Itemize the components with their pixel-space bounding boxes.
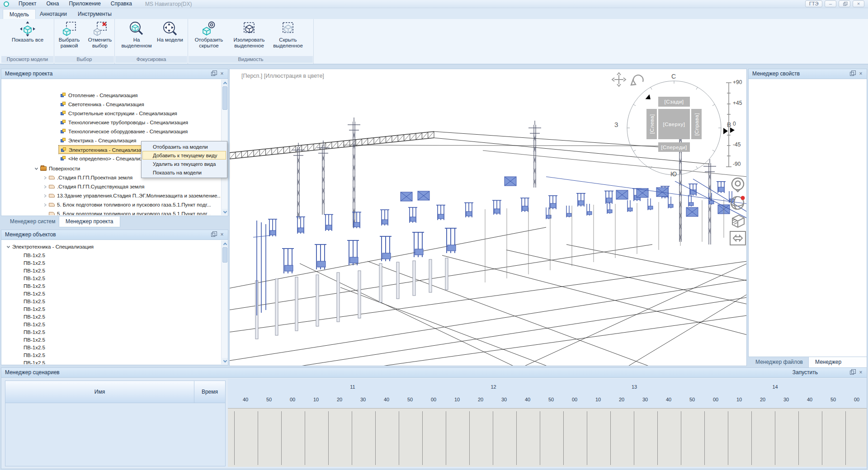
list-item[interactable]: ПВ-1х2.5 xyxy=(24,282,45,290)
chevron-down-icon[interactable] xyxy=(6,243,10,251)
close-panel-icon[interactable]: × xyxy=(219,71,225,77)
compass-face-back[interactable]: [Сзади] xyxy=(658,97,690,107)
isometric-cube-icon[interactable] xyxy=(729,212,747,229)
elevation-scale[interactable] xyxy=(723,78,732,171)
specialization-icon xyxy=(61,102,66,107)
tree-item[interactable]: .Стадия П.ГП.Проектная земля xyxy=(43,174,132,182)
minimize-button[interactable]: – xyxy=(825,0,836,7)
column-time[interactable]: Время xyxy=(194,381,225,403)
tree-item[interactable]: Технологическое оборудование - Специализ… xyxy=(61,127,188,136)
tree-item-surfaces[interactable]: Поверхности xyxy=(34,164,80,173)
compass-west[interactable]: З xyxy=(614,121,618,128)
list-item[interactable]: ПВ-1х2.5 xyxy=(24,313,45,321)
tree-item[interactable]: 5. Блок подготовки топливного и пусковог… xyxy=(43,210,211,215)
float-panel-icon[interactable] xyxy=(849,370,855,376)
list-item[interactable]: ПВ-1х2.5 xyxy=(24,329,45,336)
timeline-minute-label: 00 xyxy=(290,397,295,402)
list-item[interactable]: ПВ-1х2.5 xyxy=(24,275,45,282)
tree-item[interactable]: .Стадия П.ГП.Существующая земля xyxy=(43,183,144,191)
ribbon-button-Отобразить скрытое[interactable]: Отобразить скрытое xyxy=(189,20,228,49)
scenario-table-body[interactable] xyxy=(5,403,226,466)
compass-south[interactable]: Ю xyxy=(670,170,677,178)
tree-item[interactable]: 13.Здание управления.Стадия П..ЭГ.Молние… xyxy=(43,192,221,200)
ribbon-button-На модели[interactable]: На модели xyxy=(151,20,189,43)
orbit-sphere-icon[interactable] xyxy=(729,194,747,211)
menu-item-Проект[interactable]: Проект xyxy=(14,0,42,8)
timeline-minute-label: 50 xyxy=(689,397,695,402)
tab-Менеджер свойств[interactable]: Менеджер свойств xyxy=(808,357,867,368)
tree-item[interactable]: 5. Блок подготовки топливного и пусковог… xyxy=(43,201,211,209)
timeline-minute-label: 00 xyxy=(854,397,859,402)
tab-Менеджер файлов[interactable]: Менеджер файлов xyxy=(749,357,809,368)
timeline-gridline xyxy=(563,411,564,465)
chevron-right-icon[interactable] xyxy=(43,174,47,182)
column-name[interactable]: Имя xyxy=(5,381,194,403)
list-item[interactable]: ПВ-1х2.5 xyxy=(24,298,45,306)
close-button[interactable]: × xyxy=(853,0,864,7)
tree-item[interactable]: Отопление - Специализация xyxy=(61,91,138,99)
context-menu-item-Добавить к текущему виду[interactable]: Добавить к текущему виду xyxy=(142,151,226,160)
compass-face-right[interactable]: [Справа] xyxy=(691,109,702,139)
objects-root-item[interactable]: Электротехника - Специализация xyxy=(6,243,94,251)
list-item[interactable]: ПВ-1х2.5 xyxy=(24,259,45,267)
float-panel-icon[interactable] xyxy=(210,71,216,77)
tab-Инструменты[interactable]: Инструменты xyxy=(71,9,118,19)
ribbon-button-Отменить выбор[interactable]: Отменить выбор xyxy=(80,20,119,49)
close-panel-icon[interactable]: × xyxy=(219,232,225,238)
list-item[interactable]: ПВ-1х2.5 xyxy=(24,359,45,364)
menu-item-Окна[interactable]: Окна xyxy=(42,0,64,8)
restore-button[interactable] xyxy=(839,0,850,7)
list-item[interactable]: ПВ-1х2.5 xyxy=(24,321,45,329)
elevation-label: +90 xyxy=(733,79,742,85)
list-item[interactable]: ПВ-1х2.5 xyxy=(24,336,45,344)
float-panel-icon[interactable] xyxy=(210,232,216,238)
menu-item-Приложение[interactable]: Приложение xyxy=(64,0,105,8)
ribbon-button-Показать все[interactable]: Показать все xyxy=(8,20,47,43)
chevron-right-icon[interactable] xyxy=(43,192,47,200)
context-menu-item-Удалить из текущего вида[interactable]: Удалить из текущего вида xyxy=(142,160,226,168)
compass-face-front[interactable]: [Спереди] xyxy=(658,142,690,152)
list-item[interactable]: ПВ-1х2.5 xyxy=(24,290,45,298)
context-menu-item-Показать на модели[interactable]: Показать на модели xyxy=(142,168,226,177)
close-panel-icon[interactable]: × xyxy=(858,370,864,376)
tab-Модель[interactable]: Модель xyxy=(3,9,36,19)
tree-item[interactable]: Строительные конструкции - Специализация xyxy=(61,109,177,118)
float-panel-icon[interactable] xyxy=(849,71,855,77)
ribbon-button-Изолировать выделенное[interactable]: Изолировать выделенное xyxy=(230,20,269,49)
chevron-right-icon[interactable] xyxy=(43,183,47,191)
tree-item[interactable]: Электрика - Специализация xyxy=(61,136,137,145)
tab-Менеджер систем[interactable]: Менеджер систем xyxy=(4,216,62,227)
objects-panel-title: Менеджер объектов xyxy=(1,230,228,240)
list-item[interactable]: ПВ-1х2.5 xyxy=(24,344,45,352)
context-menu-item-Отобразить на модели[interactable]: Отобразить на модели xyxy=(142,142,226,151)
tree-item[interactable]: Светотехника - Специализация xyxy=(61,100,144,108)
timeline-minute-label: 00 xyxy=(572,397,577,402)
tab-Менеджер проекта[interactable]: Менеджер проекта xyxy=(59,216,120,227)
look-around-icon[interactable] xyxy=(730,177,746,193)
list-item[interactable]: ПВ-1х2.5 xyxy=(24,352,45,359)
close-panel-icon[interactable]: × xyxy=(858,71,864,77)
timeline-track[interactable] xyxy=(228,408,867,467)
timeline-header[interactable]: 4050001020304050001020304050001020304050… xyxy=(228,379,867,408)
profile-button[interactable]: ГТЭ xyxy=(805,0,822,7)
tree-item[interactable]: <Не определено> - Специализация xyxy=(61,155,154,163)
compass-north[interactable]: С xyxy=(671,73,676,80)
compass-face-left[interactable]: [Слева] xyxy=(646,109,657,139)
pan-horizontal-icon[interactable] xyxy=(729,230,747,246)
list-item[interactable]: ПВ-1х2.5 xyxy=(24,252,45,259)
timeline-minute-label: 40 xyxy=(807,397,812,402)
list-item[interactable]: ПВ-1х2.5 xyxy=(24,306,45,313)
tab-Аннотации[interactable]: Аннотации xyxy=(33,9,73,19)
model-viewport[interactable]: [Персп.] [Иллюстрация в цвете] С Ю З В [… xyxy=(229,69,747,366)
tree-item[interactable]: Технологические трубопроводы - Специализ… xyxy=(61,118,188,127)
list-item[interactable]: ПВ-1х2.5 xyxy=(24,267,45,275)
run-button[interactable]: Запустить xyxy=(793,369,818,376)
objects-list-scrollbar[interactable] xyxy=(221,240,228,364)
ribbon-button-Скрыть выделенное[interactable]: Скрыть выделенное xyxy=(269,20,307,49)
menu-item-Справка[interactable]: Справка xyxy=(106,0,137,8)
timeline-gridline xyxy=(610,411,611,465)
timeline-gridline xyxy=(587,411,587,465)
compass-face-top[interactable]: [Сверху] xyxy=(658,109,690,139)
chevron-right-icon[interactable] xyxy=(43,201,47,209)
chevron-down-icon[interactable] xyxy=(34,164,38,173)
